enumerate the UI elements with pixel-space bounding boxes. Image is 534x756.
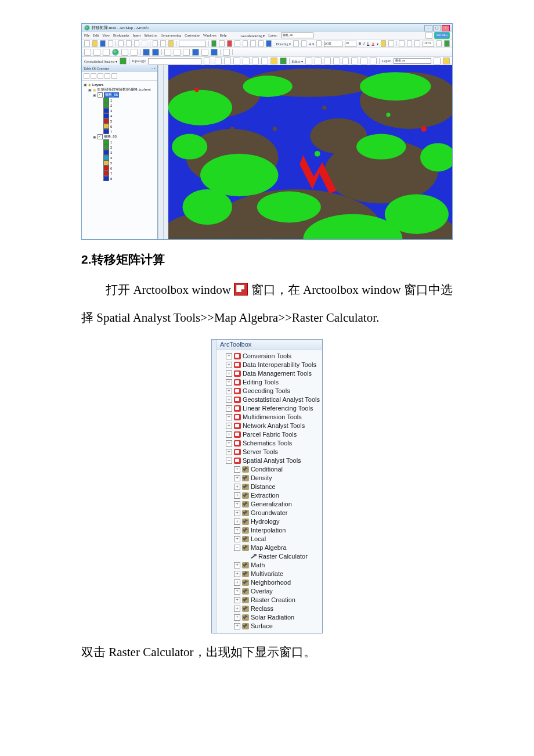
geostat-wizard-icon[interactable] bbox=[120, 57, 127, 64]
measure-icon[interactable] bbox=[201, 49, 208, 56]
toolset-node[interactable]: +Interpolation bbox=[219, 526, 320, 535]
toc-class[interactable]: 1 bbox=[84, 139, 156, 145]
save-icon[interactable] bbox=[100, 40, 106, 47]
toolset-node[interactable]: +Conditional bbox=[219, 465, 320, 474]
toc-class[interactable]: 2 bbox=[84, 103, 156, 108]
ed-t7[interactable] bbox=[270, 57, 277, 64]
toc-tree[interactable]: ▣◆ Layers▣▣ E:\转移矩阵实验数据\栅格_juzhen\▣ 栅格_8… bbox=[82, 81, 157, 239]
new-icon[interactable] bbox=[84, 40, 90, 47]
menu-customize[interactable]: Customize bbox=[185, 34, 200, 37]
toc-layer[interactable]: ▣ 栅格_95 bbox=[84, 134, 156, 139]
toolset-node[interactable]: +Density bbox=[219, 474, 320, 483]
ed-t5[interactable] bbox=[252, 57, 259, 64]
menu-help[interactable]: Help bbox=[220, 34, 227, 37]
toolset-node[interactable]: +Solar Radiation bbox=[219, 613, 320, 622]
add-data-icon[interactable] bbox=[168, 40, 174, 47]
toolbox-spatial-analyst[interactable]: −Spatial Analyst Tools bbox=[219, 456, 320, 465]
python-icon[interactable] bbox=[234, 40, 240, 47]
cut-icon[interactable] bbox=[118, 40, 124, 47]
toc-class[interactable]: 3 bbox=[84, 150, 156, 155]
zoom-out-icon[interactable] bbox=[93, 49, 100, 56]
clear-selection-icon[interactable] bbox=[174, 49, 181, 56]
reshape-icon[interactable] bbox=[333, 57, 340, 64]
toolset-node[interactable]: +Math bbox=[219, 561, 320, 570]
menu-selection[interactable]: Selection bbox=[144, 34, 157, 37]
menu-windows[interactable]: Windows bbox=[203, 34, 217, 37]
menu-bookmarks[interactable]: Bookmarks bbox=[113, 34, 129, 37]
sketch-tool-icon[interactable] bbox=[315, 57, 322, 64]
geostat-label[interactable]: Geostatistical Analyst ▾ bbox=[84, 59, 117, 63]
fixed-zoom-out-icon[interactable] bbox=[131, 49, 138, 56]
select-element-icon[interactable] bbox=[293, 40, 299, 47]
list-by-source-icon[interactable] bbox=[91, 73, 96, 79]
toolset-node[interactable]: +Groundwater bbox=[219, 509, 320, 517]
menu-geoprocessing[interactable]: Geoprocessing bbox=[161, 34, 182, 37]
toolbox-node[interactable]: +Parcel Fabric Tools bbox=[219, 430, 320, 439]
cut-poly-icon[interactable] bbox=[342, 57, 349, 64]
text-icon[interactable] bbox=[316, 40, 322, 47]
toolbox-node[interactable]: +Multidimension Tools bbox=[219, 413, 320, 422]
catalog-icon[interactable] bbox=[250, 40, 256, 47]
list-by-selection-icon[interactable] bbox=[104, 73, 110, 79]
font-dropdown[interactable]: 宋体 bbox=[324, 41, 342, 47]
fixed-zoom-in-icon[interactable] bbox=[121, 49, 128, 56]
scale-dropdown[interactable] bbox=[179, 41, 206, 47]
toolset-node[interactable]: +Multivariate bbox=[219, 570, 320, 578]
refresh-icon[interactable] bbox=[436, 40, 442, 47]
list-by-visibility-icon[interactable] bbox=[98, 73, 103, 79]
toc-class[interactable]: 4 bbox=[84, 113, 156, 118]
toc-class[interactable]: 4 bbox=[84, 155, 156, 160]
forward-icon[interactable] bbox=[152, 49, 159, 56]
menu-view[interactable]: View bbox=[102, 34, 110, 37]
toc-icon[interactable] bbox=[219, 40, 225, 47]
font-size-dropdown[interactable]: 10 bbox=[345, 41, 356, 47]
arctoolbox-icon[interactable] bbox=[227, 40, 233, 47]
toolset-node[interactable]: +Overlay bbox=[219, 587, 320, 596]
line-color-icon[interactable] bbox=[388, 40, 394, 47]
rotate-tool-icon[interactable] bbox=[360, 57, 367, 64]
toolbox-node[interactable]: +Data Management Tools bbox=[219, 369, 320, 378]
layer-dropdown-top[interactable]: 栅格_86 bbox=[281, 33, 313, 38]
toc-class[interactable]: 6 bbox=[84, 124, 156, 129]
menu-edit[interactable]: Edit bbox=[93, 34, 99, 37]
modelbuilder-icon[interactable] bbox=[243, 40, 248, 47]
drawing-label[interactable]: Drawing ▾ bbox=[276, 42, 291, 46]
toc-class[interactable]: 7 bbox=[84, 171, 156, 176]
ed-t8[interactable] bbox=[280, 57, 287, 64]
toolset-map-algebra[interactable]: −Map Algebra bbox=[219, 543, 320, 552]
arctoolbox-sidetab[interactable] bbox=[212, 340, 217, 633]
find-icon[interactable] bbox=[192, 49, 199, 56]
toc-class[interactable]: 8 bbox=[84, 176, 156, 181]
ed-t6[interactable] bbox=[261, 57, 268, 64]
edit-vertices-icon[interactable] bbox=[324, 57, 331, 64]
toc-class[interactable]: 5 bbox=[84, 160, 156, 165]
zoom-in-icon[interactable] bbox=[84, 49, 91, 56]
toc-class[interactable]: 5 bbox=[84, 118, 156, 124]
minimize-button[interactable]: – bbox=[424, 25, 432, 31]
georef-tool-icon[interactable] bbox=[425, 32, 432, 39]
editor-toolbar-icon[interactable] bbox=[211, 40, 217, 47]
toolset-node[interactable]: +Raster Creation bbox=[219, 596, 320, 604]
symbology-icon[interactable] bbox=[443, 57, 450, 64]
toolbox-node[interactable]: +Editing Tools bbox=[219, 378, 320, 387]
menu-file[interactable]: File bbox=[84, 34, 89, 37]
zoom-dropdown[interactable]: 100% bbox=[423, 41, 434, 47]
search-icon[interactable] bbox=[258, 40, 264, 47]
html-popup-icon[interactable] bbox=[223, 49, 230, 56]
maximize-button[interactable]: ▢ bbox=[433, 25, 441, 31]
toolset-node[interactable]: +Reclass bbox=[219, 604, 320, 613]
print-icon[interactable] bbox=[108, 40, 114, 47]
toc-class[interactable]: 1 bbox=[84, 98, 156, 103]
list-by-drawing-icon[interactable] bbox=[84, 73, 89, 79]
ungroup-icon[interactable] bbox=[414, 40, 420, 47]
toc-autohide-icon[interactable]: ▫ × bbox=[151, 67, 156, 70]
editor-label[interactable]: Editor ▾ bbox=[292, 59, 304, 63]
fill-color-icon[interactable] bbox=[381, 40, 387, 47]
map-display[interactable] bbox=[168, 65, 452, 239]
ed-t1[interactable] bbox=[215, 57, 222, 64]
toolset-node[interactable]: +Neighborhood bbox=[219, 578, 320, 587]
copy-icon[interactable] bbox=[126, 40, 132, 47]
toc-class[interactable]: 6 bbox=[84, 165, 156, 171]
full-extent-icon[interactable] bbox=[112, 49, 119, 56]
layer-dropdown-bottom[interactable]: 栅格_86 bbox=[394, 58, 431, 64]
